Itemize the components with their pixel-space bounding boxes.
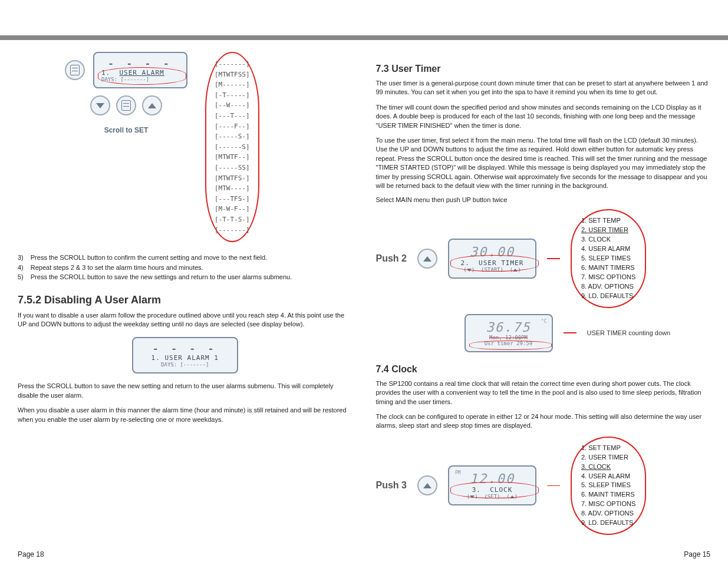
lcd-disable-alarm: - - - - 1. USER ALARM 1 DAYS: [-------] <box>132 337 238 373</box>
page-content: - - - - 1. USER ALARM DAYS: [-------] Sc… <box>0 40 728 547</box>
day-option: [---TFS-] <box>215 194 250 204</box>
menu-item: 6. MAINT TIMERS <box>581 263 635 273</box>
lcd-clock: PM 12.00 3. CLOCK () (SET) () <box>448 465 536 505</box>
heading-73: 7.3 User Timer <box>376 64 711 74</box>
day-option: [M-W-F--] <box>215 204 250 214</box>
countdown-label: USER TIMER counting down <box>587 329 671 336</box>
para-74b: The clock can be configured to operate i… <box>376 412 711 431</box>
page-right: Page 15 <box>684 550 710 558</box>
menu-item: 3. CLOCK <box>581 235 635 244</box>
day-option: [-------] <box>215 225 250 236</box>
para-752b: Press the SCROLL button to save the new … <box>18 382 353 400</box>
steps-list: 3)Press the SCROLL button to confirm the… <box>18 253 353 282</box>
chevron-up-icon <box>423 483 431 488</box>
scroll-icon <box>65 60 85 80</box>
para-74a: The SP1200 contains a real time clock th… <box>376 379 711 406</box>
heading-74: 7.4 Clock <box>376 364 711 375</box>
para-752a: If you want to disable a user alarm foll… <box>18 311 353 329</box>
days-options-list: [-------][MTWTFSS][M------][-T-----][--W… <box>205 52 259 242</box>
page-footer: Page 18 Page 15 <box>0 547 728 562</box>
day-option: [-----S-] <box>215 131 250 142</box>
menu-item: 9. LD. DEFAULTS <box>581 292 635 301</box>
step-num: 3) <box>18 253 24 263</box>
left-column: - - - - 1. USER ALARM DAYS: [-------] Sc… <box>18 52 353 541</box>
menu-item: 5. SLEEP TIMES <box>581 481 635 490</box>
step-row: 4)Repeat steps 2 & 3 to set the alarm ti… <box>18 263 353 273</box>
day-option: [---T---] <box>215 111 250 121</box>
menu-item: 2. USER TIMER <box>581 226 635 235</box>
chevron-up-icon <box>423 256 431 262</box>
down-button[interactable] <box>90 95 110 115</box>
step-num: 4) <box>18 263 24 273</box>
scroll-button[interactable] <box>116 95 136 115</box>
para-73c: To use the user timer, first select it f… <box>376 136 711 190</box>
day-option: [MTW----] <box>215 183 250 194</box>
step-row: 5)Press the SCROLL button to save the ne… <box>18 272 353 282</box>
select-main-label: Select MAIN menu then push UP button twi… <box>376 196 711 203</box>
lcd-user-alarm: - - - - 1. USER ALARM DAYS: [-------] <box>93 52 187 88</box>
menu-list-1: 1. SET TEMP2. USER TIMER3. CLOCK4. USER … <box>571 209 646 308</box>
menu-item: 1. SET TEMP <box>581 216 635 226</box>
temp-digits: 36.75 <box>473 320 545 335</box>
up-button[interactable] <box>417 249 437 269</box>
menu-item: 8. ADV. OPTIONS <box>581 509 635 518</box>
chevron-up-icon <box>148 103 156 108</box>
menu-item: 4. USER ALARM <box>581 472 635 481</box>
menu-item: 8. ADV. OPTIONS <box>581 282 635 292</box>
button-row <box>90 95 162 115</box>
step-text: Press the SCROLL button to save the new … <box>31 272 292 282</box>
step-num: 5) <box>18 272 24 282</box>
step-row: 3)Press the SCROLL button to confirm the… <box>18 253 353 263</box>
date-time: Mon, 12:00PM <box>473 335 545 340</box>
para-752c: When you disable a user alarm in this ma… <box>18 406 353 424</box>
heading-752: 7.5.2 Disabling A User Alarm <box>18 294 353 306</box>
step-text: Press the SCROLL button to confirm the c… <box>31 253 267 263</box>
day-option: [-----SS] <box>215 163 250 173</box>
para-73a: The user timer is a general-purpose coun… <box>376 79 711 97</box>
scroll-icon <box>121 100 131 111</box>
lcd-line1: 1. USER ALARM 1 <box>140 354 230 362</box>
day-option: [-T-T-S-] <box>215 214 250 225</box>
up-button[interactable] <box>417 475 437 495</box>
day-option: [-T-----] <box>215 90 250 101</box>
menu-item: 1. SET TEMP <box>581 444 635 453</box>
right-column: 7.3 User Timer The user timer is a gener… <box>376 52 711 541</box>
day-option: [--W----] <box>215 100 250 111</box>
menu-item: 2. USER TIMER <box>581 453 635 462</box>
push3-label: Push 3 <box>376 480 407 491</box>
lcd-dashes: - - - - <box>140 343 230 354</box>
step-text: Repeat steps 2 & 3 to set the alarm time… <box>31 263 203 273</box>
menu-item: 7. MISC OPTIONS <box>581 273 635 282</box>
day-option: [-------] <box>215 59 250 70</box>
chevron-down-icon <box>96 103 104 108</box>
menu-item: 5. SLEEP TIMES <box>581 254 635 263</box>
page-left: Page 18 <box>18 550 44 558</box>
push2-label: Push 2 <box>376 253 407 264</box>
day-option: [MTWTF--] <box>215 152 250 163</box>
menu-item: 6. MAINT TIMERS <box>581 490 635 500</box>
lcd-user-timer: 30.00 2. USER TIMER () (START) () <box>448 239 536 279</box>
menu-item: 3. CLOCK <box>581 462 635 472</box>
pm-label: PM <box>455 470 461 475</box>
lcd-line2: DAYS: [-------] <box>140 362 230 368</box>
scroll-to-set-label: Scroll to SET <box>104 126 149 134</box>
menu-list-2: 1. SET TEMP2. USER TIMER3. CLOCK4. USER … <box>571 437 646 535</box>
menu-item: 7. MISC OPTIONS <box>581 500 635 509</box>
menu-item: 9. LD. DEFAULTS <box>581 518 635 528</box>
day-option: [----F--] <box>215 121 250 132</box>
lcd-countdown: 36.75 °C Mon, 12:00PM Usr timer 29:59 <box>465 314 553 352</box>
day-option: [MTWTFSS] <box>215 70 250 80</box>
day-option: [M------] <box>215 80 250 90</box>
para-73b: The timer will count down the specified … <box>376 103 711 130</box>
menu-item: 4. USER ALARM <box>581 244 635 254</box>
day-option: [------S] <box>215 142 250 153</box>
up-button[interactable] <box>142 95 162 115</box>
day-option: [MTWTFS-] <box>215 173 250 184</box>
